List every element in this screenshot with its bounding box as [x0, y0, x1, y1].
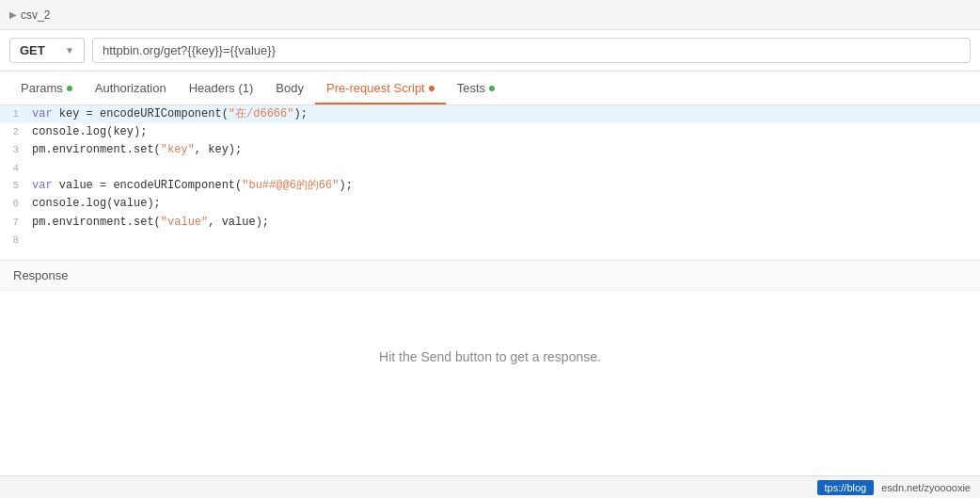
method-select[interactable]: GET ▼: [9, 38, 85, 63]
tab-params[interactable]: Params: [9, 72, 84, 104]
tab-tests[interactable]: Tests: [446, 72, 506, 104]
tab-authorization[interactable]: Authorization: [84, 72, 178, 104]
tabs-bar: Params Authorization Headers (1) Body Pr…: [0, 72, 980, 105]
tab-params-label: Params: [21, 81, 63, 95]
url-bar-area: GET ▼: [0, 30, 980, 72]
line-number-4: 4: [0, 160, 28, 178]
response-area: Response Hit the Send button to get a re…: [0, 261, 980, 498]
response-header: Response: [0, 261, 980, 291]
code-editor[interactable]: 1 var key = encodeURIComponent("在/d6666"…: [0, 105, 980, 261]
code-line-3: 3 pm.environment.set("key", key);: [0, 141, 980, 159]
code-line-7: 7 pm.environment.set("value", value);: [0, 214, 980, 232]
tab-headers-label: Headers (1): [189, 81, 254, 95]
tab-prerequest-label: Pre-request Script: [326, 81, 425, 95]
tab-body-label: Body: [276, 81, 304, 95]
response-label: Response: [13, 268, 69, 282]
line-number-2: 2: [0, 123, 28, 141]
code-line-6: 6 console.log(value);: [0, 195, 980, 213]
breadcrumb-chevron-icon: ▶: [9, 9, 17, 20]
line-number-1: 1: [0, 105, 28, 123]
line-content-2: console.log(key);: [28, 123, 980, 141]
breadcrumb-bar: ▶ csv_2: [0, 0, 980, 30]
line-content-6: console.log(value);: [28, 195, 980, 213]
main-layout: ▶ csv_2 GET ▼ Params Authorization Heade…: [0, 0, 980, 498]
line-number-7: 7: [0, 214, 28, 232]
url-input[interactable]: [92, 38, 971, 63]
breadcrumb-label: csv_2: [21, 8, 50, 22]
params-dot: [67, 86, 72, 91]
method-chevron-icon: ▼: [65, 45, 74, 56]
line-content-3: pm.environment.set("key", key);: [28, 141, 980, 159]
tab-body[interactable]: Body: [264, 72, 315, 104]
line-number-3: 3: [0, 141, 28, 159]
line-number-6: 6: [0, 195, 28, 213]
tab-prerequest[interactable]: Pre-request Script: [315, 72, 446, 104]
tests-dot: [489, 86, 495, 91]
prerequest-dot: [429, 86, 435, 91]
status-bar: tps://blog esdn.net/zyooooxie: [0, 475, 980, 498]
tab-authorization-label: Authorization: [95, 81, 166, 95]
tab-tests-label: Tests: [457, 81, 485, 95]
response-content: Hit the Send button to get a response.: [0, 291, 980, 423]
line-number-5: 5: [0, 177, 28, 195]
code-line-1: 1 var key = encodeURIComponent("在/d6666"…: [0, 105, 980, 123]
code-line-5: 5 var value = encodeURIComponent("bu##@@…: [0, 177, 980, 195]
line-number-8: 8: [0, 232, 28, 249]
code-line-2: 2 console.log(key);: [0, 123, 980, 141]
status-bar-link[interactable]: tps://blog: [817, 480, 875, 495]
status-bar-url: esdn.net/zyooooxie: [881, 482, 971, 493]
line-content-5: var value = encodeURIComponent("bu##@@6的…: [28, 177, 980, 195]
response-empty-message: Hit the Send button to get a response.: [379, 349, 601, 364]
line-content-7: pm.environment.set("value", value);: [28, 214, 980, 232]
tab-headers[interactable]: Headers (1): [178, 72, 265, 104]
code-line-8: 8: [0, 232, 980, 249]
code-line-4: 4: [0, 160, 980, 178]
line-content-1: var key = encodeURIComponent("在/d6666");: [28, 105, 980, 123]
method-label: GET: [20, 43, 45, 57]
